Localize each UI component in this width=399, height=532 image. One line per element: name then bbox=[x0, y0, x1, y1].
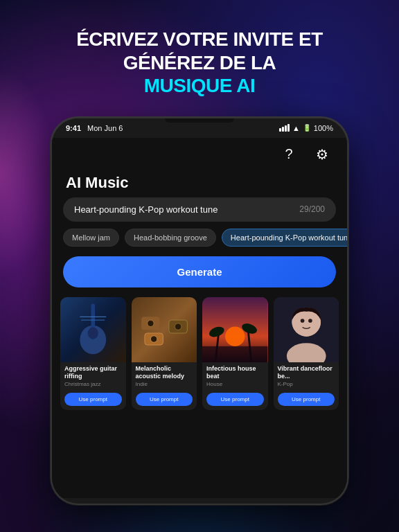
chip-heartpounding[interactable]: Heart-pounding K-Pop workout tune bbox=[222, 229, 347, 247]
card-subtitle-2: House bbox=[202, 381, 268, 390]
search-value: Heart-pounding K-Pop workout tune bbox=[74, 204, 218, 215]
phone-notch bbox=[165, 118, 234, 123]
svg-point-8 bbox=[147, 320, 153, 326]
card-subtitle-1: Indie bbox=[132, 381, 197, 390]
card-image-1 bbox=[132, 297, 197, 363]
use-prompt-button-2[interactable]: Use prompt bbox=[206, 393, 264, 406]
wifi-icon: ▲ bbox=[292, 124, 300, 132]
svg-point-10 bbox=[150, 336, 157, 342]
header-section: ÉCRIVEZ VOTRE INVITE ET GÉNÉREZ DE LA MU… bbox=[0, 0, 399, 112]
card-image-0 bbox=[60, 297, 126, 363]
status-date: Mon Jun 6 bbox=[87, 124, 123, 132]
phone-container: 9:41 Mon Jun 6 ▲ 🔋 100% ? ⚙ bbox=[0, 117, 399, 505]
header-title: ÉCRIVEZ VOTRE INVITE ET GÉNÉREZ DE LA MU… bbox=[21, 28, 378, 98]
phone-content: ? ⚙ AI Music Heart-pounding K-Pop workou… bbox=[52, 138, 347, 498]
music-cards-grid: Aggressive guitar riffing Christmas jazz… bbox=[52, 290, 347, 416]
settings-button[interactable]: ⚙ bbox=[311, 143, 333, 166]
chip-headbobbing[interactable]: Head-bobbing groove bbox=[125, 229, 216, 247]
help-button[interactable]: ? bbox=[278, 143, 300, 166]
pedals-icon bbox=[132, 297, 197, 363]
portrait-icon bbox=[274, 297, 339, 363]
guitar-icon bbox=[60, 297, 126, 363]
use-prompt-button-0[interactable]: Use prompt bbox=[64, 393, 122, 406]
search-input[interactable]: Heart-pounding K-Pop workout tune 29/200 bbox=[63, 197, 336, 222]
sunset-icon bbox=[202, 297, 268, 363]
card-title-3: Vibrant dancefloor be... bbox=[274, 362, 339, 381]
signal-icon bbox=[279, 124, 290, 132]
search-counter: 29/200 bbox=[299, 204, 325, 214]
svg-point-22 bbox=[300, 319, 304, 323]
music-card-2[interactable]: Infectious house beat House Use prompt bbox=[202, 297, 268, 410]
music-card-0[interactable]: Aggressive guitar riffing Christmas jazz… bbox=[60, 297, 126, 410]
card-title-1: Melancholic acoustic melody bbox=[132, 362, 197, 381]
svg-rect-17 bbox=[202, 346, 268, 363]
music-card-3[interactable]: Vibrant dancefloor be... K-Pop Use promp… bbox=[274, 297, 339, 410]
header-line3: MUSIQUE AI bbox=[21, 74, 378, 98]
svg-point-2 bbox=[88, 327, 98, 339]
app-title: AI Music bbox=[52, 171, 347, 197]
svg-point-23 bbox=[308, 319, 312, 323]
card-title-0: Aggressive guitar riffing bbox=[60, 362, 126, 381]
card-subtitle-0: Christmas jazz bbox=[60, 381, 126, 390]
card-title-2: Infectious house beat bbox=[202, 362, 268, 381]
music-card-1[interactable]: Melancholic acoustic melody Indie Use pr… bbox=[132, 297, 197, 410]
status-left: 9:41 Mon Jun 6 bbox=[66, 124, 123, 132]
svg-point-9 bbox=[175, 323, 181, 330]
header-line1: ÉCRIVEZ VOTRE INVITE ET bbox=[21, 28, 378, 51]
header-line2: GÉNÉREZ DE LA bbox=[21, 51, 378, 75]
card-image-2 bbox=[202, 297, 268, 363]
battery-percent: 100% bbox=[314, 124, 333, 132]
status-time: 9:41 bbox=[66, 124, 81, 132]
generate-button[interactable]: Generate bbox=[63, 256, 336, 287]
card-subtitle-3: K-Pop bbox=[274, 381, 339, 390]
svg-point-12 bbox=[225, 326, 245, 346]
chip-mellow-jam[interactable]: Mellow jam bbox=[63, 229, 119, 247]
card-image-3 bbox=[274, 297, 339, 363]
status-right: ▲ 🔋 100% bbox=[279, 124, 333, 132]
use-prompt-button-1[interactable]: Use prompt bbox=[136, 393, 193, 406]
battery-icon: 🔋 bbox=[303, 124, 311, 132]
top-actions: ? ⚙ bbox=[52, 138, 347, 171]
phone-mockup: 9:41 Mon Jun 6 ▲ 🔋 100% ? ⚙ bbox=[51, 117, 348, 505]
chips-row: Mellow jam Head-bobbing groove Heart-pou… bbox=[52, 222, 347, 254]
use-prompt-button-3[interactable]: Use prompt bbox=[278, 393, 335, 406]
